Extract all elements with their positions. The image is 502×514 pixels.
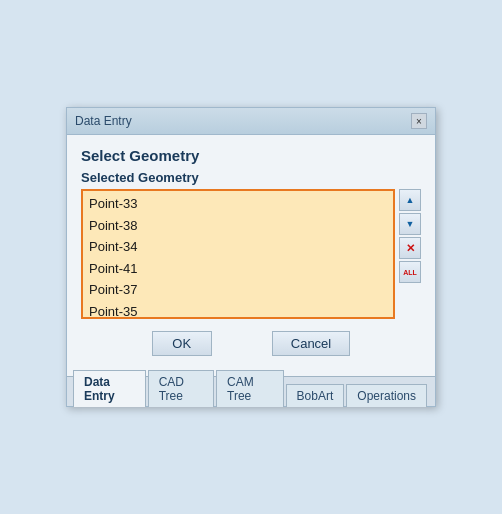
action-buttons: OK Cancel xyxy=(81,331,421,356)
list-item[interactable]: Point-33 xyxy=(87,193,389,215)
list-item[interactable]: Point-38 xyxy=(87,215,389,237)
tab-bobart[interactable]: BobArt xyxy=(286,384,345,407)
tabs-bar: Data EntryCAD TreeCAM TreeBobArtOperatio… xyxy=(67,376,435,406)
cancel-button[interactable]: Cancel xyxy=(272,331,350,356)
tab-operations[interactable]: Operations xyxy=(346,384,427,407)
tab-cam-tree[interactable]: CAM Tree xyxy=(216,370,284,407)
dialog-body: Select Geometry Selected Geometry Point-… xyxy=(67,135,435,376)
list-area: Point-33Point-38Point-34Point-41Point-37… xyxy=(81,189,421,319)
delete-button[interactable] xyxy=(399,237,421,259)
list-item[interactable]: Point-34 xyxy=(87,236,389,258)
title-bar: Data Entry × xyxy=(67,108,435,135)
geometry-list[interactable]: Point-33Point-38Point-34Point-41Point-37… xyxy=(81,189,395,319)
dialog-heading: Select Geometry xyxy=(81,147,421,164)
select-all-button[interactable] xyxy=(399,261,421,283)
close-button[interactable]: × xyxy=(411,113,427,129)
list-item[interactable]: Point-35 xyxy=(87,301,389,320)
list-item[interactable]: Point-37 xyxy=(87,279,389,301)
tab-data-entry[interactable]: Data Entry xyxy=(73,370,146,407)
section-label: Selected Geometry xyxy=(81,170,421,185)
list-item[interactable]: Point-41 xyxy=(87,258,389,280)
side-buttons xyxy=(399,189,421,283)
dialog-window: Data Entry × Select Geometry Selected Ge… xyxy=(66,107,436,407)
tab-cad-tree[interactable]: CAD Tree xyxy=(148,370,214,407)
move-up-button[interactable] xyxy=(399,189,421,211)
title-bar-text: Data Entry xyxy=(75,114,132,128)
move-down-button[interactable] xyxy=(399,213,421,235)
ok-button[interactable]: OK xyxy=(152,331,212,356)
